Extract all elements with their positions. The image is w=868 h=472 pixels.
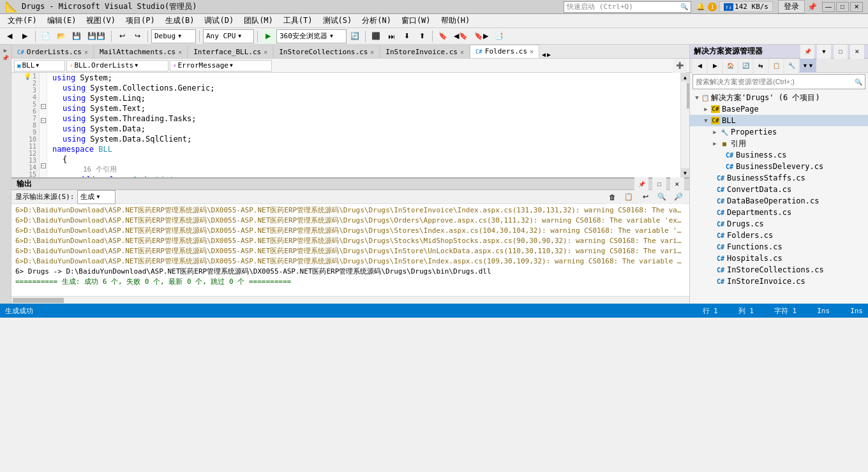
cpu-config-dropdown[interactable]: Any CPU ▼ bbox=[203, 29, 254, 43]
vertical-scrollbar[interactable]: ▲ ▼ bbox=[680, 73, 689, 177]
tree-departments[interactable]: C# Departments.cs bbox=[690, 207, 868, 218]
new-file-button[interactable]: 📄 bbox=[39, 29, 53, 43]
basepage-expand[interactable]: ▶ bbox=[701, 106, 710, 112]
menu-item-debug[interactable]: 调试(D) bbox=[199, 14, 239, 27]
step-over-button[interactable]: ⏭ bbox=[384, 29, 398, 43]
tree-hospitals[interactable]: C# Hospitals.cs bbox=[690, 253, 868, 264]
bulb-icon[interactable]: 💡 bbox=[24, 73, 31, 80]
expand-button[interactable]: ➕ bbox=[673, 59, 687, 73]
se-pin-button[interactable]: 📌 bbox=[800, 45, 814, 59]
tab-instorecollections[interactable]: InStoreCollections.cs ✕ bbox=[273, 45, 380, 58]
tree-businessdelevery[interactable]: C# BusinessDelevery.cs bbox=[690, 161, 868, 172]
addr-middle-dropdown[interactable]: ⚡ BLL.OrderLists ▼ bbox=[66, 60, 168, 71]
run-button[interactable]: ▶ bbox=[261, 29, 275, 43]
tree-drugs[interactable]: C# Drugs.cs bbox=[690, 218, 868, 230]
next-bookmark-button[interactable]: 🔖▶ bbox=[472, 29, 491, 43]
tree-business[interactable]: C# Business.cs bbox=[690, 149, 868, 161]
bookmark-button[interactable]: 🔖 bbox=[436, 29, 450, 43]
addr-right-dropdown[interactable]: ⚡ ErrorMessage ▼ bbox=[170, 60, 272, 71]
debug-config-dropdown[interactable]: Debug ▼ bbox=[151, 29, 196, 43]
all-bookmarks-button[interactable]: 📑 bbox=[492, 29, 506, 43]
tab-folders-close[interactable]: ✕ bbox=[530, 48, 534, 55]
breakpoint-button[interactable]: ⬛ bbox=[369, 29, 383, 43]
collapse-19[interactable]: − bbox=[40, 163, 47, 168]
bll-expand[interactable]: ▼ bbox=[701, 117, 710, 124]
tree-businessstaffs[interactable]: C# BusinessStaffs.cs bbox=[690, 172, 868, 184]
menu-item-edit[interactable]: 编辑(E) bbox=[42, 14, 82, 27]
login-button[interactable]: 登录 bbox=[778, 0, 805, 13]
se-back-btn[interactable]: ◀ bbox=[692, 59, 707, 73]
tab-instoreinvoice[interactable]: InStoreInvoice.cs ✕ bbox=[380, 45, 470, 58]
output-h-scrollbar[interactable] bbox=[11, 296, 689, 304]
solution-expand[interactable]: ▼ bbox=[692, 94, 701, 101]
output-source-dropdown[interactable]: 生成 ▼ bbox=[77, 190, 116, 204]
tree-solution[interactable]: ▼ 📋 解决方案'Drugs' (6 个项目) bbox=[690, 92, 868, 103]
se-home-btn[interactable]: 🏠 bbox=[723, 59, 737, 73]
menu-item-help[interactable]: 帮助(H) bbox=[436, 14, 475, 27]
se-refresh-btn[interactable]: 🔄 bbox=[738, 59, 752, 73]
step-out-button[interactable]: ⬆ bbox=[415, 29, 429, 43]
collapse-8[interactable]: − bbox=[40, 104, 47, 109]
scroll-up-arrow[interactable]: ▲ bbox=[681, 73, 690, 82]
tab-interfacebll[interactable]: Interface_BLL.cs ✕ bbox=[188, 45, 273, 58]
tree-instoreinvoice[interactable]: C# InStoreInvoice.cs bbox=[690, 276, 868, 287]
output-content[interactable]: 6>D:\BaiduYunDownload\ASP.NET医药ERP管理系统源码… bbox=[11, 204, 689, 296]
menu-item-window[interactable]: 窗口(W) bbox=[396, 14, 436, 27]
tab-folders[interactable]: C# Folders.cs ✕ bbox=[470, 45, 539, 58]
output-close-button[interactable]: ✕ bbox=[670, 177, 684, 191]
output-clear-button[interactable]: 🗑 bbox=[605, 190, 619, 204]
close-button[interactable]: ✕ bbox=[850, 2, 863, 12]
tab-overflow-right[interactable]: ▶ bbox=[547, 51, 551, 58]
collapse-10[interactable]: − bbox=[40, 118, 47, 123]
se-copy-btn[interactable]: 📋 bbox=[769, 59, 783, 73]
output-wrap-button[interactable]: ↩ bbox=[638, 190, 652, 204]
se-search-input[interactable] bbox=[696, 78, 852, 85]
menu-item-file[interactable]: 文件(F) bbox=[3, 14, 42, 27]
minimize-button[interactable]: — bbox=[822, 2, 835, 12]
addr-left-dropdown[interactable]: ▣ BLL ▼ bbox=[14, 60, 65, 71]
prev-bookmark-button[interactable]: ◀🔖 bbox=[451, 29, 470, 43]
tree-folders[interactable]: C# Folders.cs bbox=[690, 230, 868, 241]
refresh-button[interactable]: 🔄 bbox=[348, 29, 362, 43]
tree-refs[interactable]: ▶ ■ 引用 bbox=[690, 138, 868, 149]
tree-bll[interactable]: ▼ C# BLL bbox=[690, 115, 868, 126]
output-find2-button[interactable]: 🔎 bbox=[671, 190, 685, 204]
save-button[interactable]: 💾 bbox=[70, 29, 84, 43]
properties-expand[interactable]: ▶ bbox=[710, 129, 719, 135]
notif-icon[interactable]: 🔔 bbox=[696, 3, 705, 11]
back-button[interactable]: ◀ bbox=[3, 29, 17, 43]
se-dock-button[interactable]: ▼ bbox=[817, 45, 831, 59]
menu-item-project[interactable]: 项目(P) bbox=[121, 14, 160, 27]
se-close-button[interactable]: ✕ bbox=[850, 45, 864, 59]
tree-basepage[interactable]: ▶ C# BasePage bbox=[690, 103, 868, 115]
undo-button[interactable]: ↩ bbox=[115, 29, 129, 43]
menu-item-analyze[interactable]: 分析(N) bbox=[357, 14, 396, 27]
tree-databaseoperation[interactable]: C# DataBaseOperation.cs bbox=[690, 195, 868, 207]
step-into-button[interactable]: ⬇ bbox=[400, 29, 414, 43]
se-props-btn[interactable]: 🔧 bbox=[784, 59, 798, 73]
output-find-button[interactable]: 🔍 bbox=[655, 190, 669, 204]
tab-overflow[interactable]: ◀ ▶ bbox=[539, 51, 553, 58]
se-maximize-button[interactable]: □ bbox=[834, 45, 848, 59]
tab-interfacebll-close[interactable]: ✕ bbox=[264, 48, 267, 55]
se-forward-btn[interactable]: ▶ bbox=[708, 59, 722, 73]
tree-instorecollections[interactable]: C# InStoreCollections.cs bbox=[690, 264, 868, 276]
open-file-button[interactable]: 📂 bbox=[54, 29, 68, 43]
tab-mailattachments[interactable]: MailAttachments.cs ✕ bbox=[94, 45, 188, 58]
tab-overflow-left[interactable]: ◀ bbox=[542, 51, 546, 58]
redo-button[interactable]: ↪ bbox=[130, 29, 144, 43]
se-search-box[interactable]: 🔍 bbox=[692, 74, 865, 89]
save-all-button[interactable]: 💾💾 bbox=[85, 29, 108, 43]
menu-item-team[interactable]: 团队(M) bbox=[239, 14, 278, 27]
scroll-down-arrow[interactable]: ▼ bbox=[681, 168, 690, 177]
maximize-button[interactable]: □ bbox=[836, 2, 849, 12]
tab-orderlists[interactable]: C# OrderLists.cs ✕ bbox=[11, 45, 94, 58]
code-lines[interactable]: using System; using System.Collections.G… bbox=[47, 73, 680, 177]
output-maximize-button[interactable]: □ bbox=[652, 177, 666, 191]
tree-properties[interactable]: ▶ 🔧 Properties bbox=[690, 126, 868, 138]
menu-item-tools[interactable]: 工具(T) bbox=[278, 14, 318, 27]
se-filter-btn[interactable]: ▼▼ bbox=[800, 59, 816, 73]
h-scroll-thumb[interactable] bbox=[13, 298, 64, 303]
tree-functions[interactable]: C# Functions.cs bbox=[690, 241, 868, 253]
output-copy-button[interactable]: 📋 bbox=[622, 190, 636, 204]
